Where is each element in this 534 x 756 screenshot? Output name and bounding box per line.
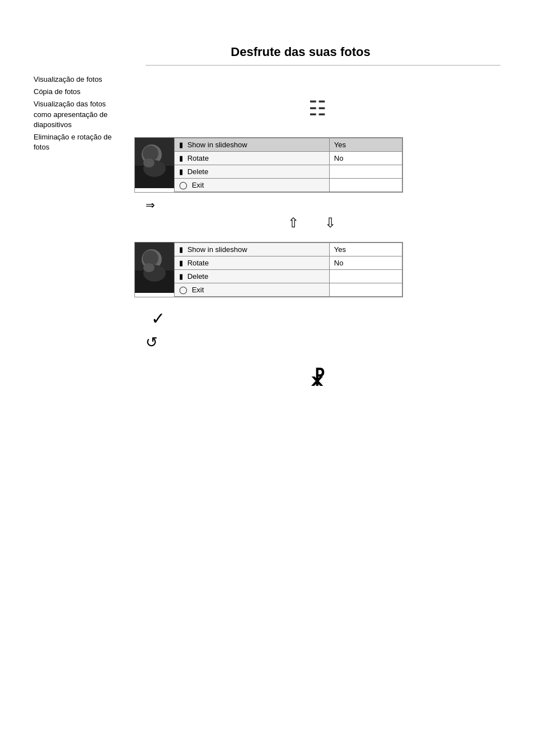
nav-down-icon[interactable]: ⇩ xyxy=(325,215,347,230)
menu-row-slideshow-2[interactable]: ▮ Show in slideshow Yes xyxy=(175,243,402,256)
sidebar-item-1: Visualização de fotos xyxy=(34,74,118,85)
sidebar-item-3: Visualização das fotos como apresentação… xyxy=(34,99,118,130)
exit-value-1 xyxy=(329,179,402,192)
main-content: ☷ ▮ xyxy=(123,74,500,402)
menu-row-slideshow-1[interactable]: ▮ Show in slideshow Yes xyxy=(175,138,402,152)
slideshow-value-2: Yes xyxy=(329,243,402,256)
rotate-label-1: Rotate xyxy=(188,154,209,162)
rotate-label-2: Rotate xyxy=(188,259,209,267)
photo-svg-1 xyxy=(135,138,174,188)
rotate-icon-1: ▮ xyxy=(179,154,183,162)
rotate-value-1: No xyxy=(329,152,402,165)
menu-row-rotate-1[interactable]: ▮ Rotate No xyxy=(175,152,402,165)
delete-icon-2: ▮ xyxy=(179,272,183,281)
arrow-right-icon: ⇒ xyxy=(146,198,500,212)
photo-thumbnail-1 xyxy=(135,138,174,188)
exit-value-2 xyxy=(329,283,402,297)
delete-label-2: Delete xyxy=(188,272,209,281)
slideshow-label-1: Show in slideshow xyxy=(188,141,247,149)
nav-up-icon[interactable]: ⇧ xyxy=(288,215,310,230)
nav-arrows: ⇧ ⇩ xyxy=(134,215,500,231)
page: Desfrute das suas fotos Visualização de … xyxy=(0,0,534,756)
slideshow-label-2: Show in slideshow xyxy=(188,245,247,254)
rotate-icon-2: ▮ xyxy=(179,259,183,267)
sidebar-item-4: Eliminação e rotação de fotos xyxy=(34,132,118,152)
menu-row-rotate-2[interactable]: ▮ Rotate No xyxy=(175,256,402,270)
page-title: Desfrute das suas fotos xyxy=(101,45,500,59)
photo-menu-1: ▮ Show in slideshow Yes ▮ Rotate No xyxy=(134,137,403,193)
slideshow-value-1: Yes xyxy=(329,138,402,152)
delete-value-1 xyxy=(329,165,402,179)
svg-point-5 xyxy=(143,158,154,167)
menu-row-exit-2[interactable]: ◯ Exit xyxy=(175,283,402,297)
menu-row-exit-1[interactable]: ◯ Exit xyxy=(175,179,402,192)
slideshow-icon-2: ▮ xyxy=(179,245,183,254)
photo-svg-2 xyxy=(135,242,174,293)
exit-label-1: Exit xyxy=(192,181,204,189)
delete-value-2 xyxy=(329,270,402,283)
exit-icon-2: ◯ xyxy=(179,286,188,294)
rotate-value-2: No xyxy=(329,256,402,270)
rotate-icon-area: ☧ xyxy=(134,368,500,390)
svg-point-11 xyxy=(143,263,154,272)
menu-icon-area: ☷ xyxy=(134,97,500,120)
sidebar-item-2: Cópia de fotos xyxy=(34,87,118,97)
photo-menu-2: ▮ Show in slideshow Yes ▮ Rotate No xyxy=(134,242,403,297)
menu-table-2: ▮ Show in slideshow Yes ▮ Rotate No xyxy=(174,242,402,297)
slideshow-icon-1: ▮ xyxy=(179,141,183,149)
rotate-symbol[interactable]: ☧ xyxy=(310,368,325,390)
sidebar: Visualização de fotos Cópia de fotos Vis… xyxy=(34,74,123,402)
photo-thumbnail-2 xyxy=(135,242,174,293)
exit-icon-1: ◯ xyxy=(179,181,188,189)
content-area: Visualização de fotos Cópia de fotos Vis… xyxy=(34,74,500,402)
menu-row-delete-2[interactable]: ▮ Delete xyxy=(175,270,402,283)
delete-label-1: Delete xyxy=(188,167,209,176)
menu-icon: ☷ xyxy=(308,97,326,120)
exit-label-2: Exit xyxy=(192,286,204,294)
menu-table-1: ▮ Show in slideshow Yes ▮ Rotate No xyxy=(174,138,402,192)
menu-row-delete-1[interactable]: ▮ Delete xyxy=(175,165,402,179)
delete-icon-1: ▮ xyxy=(179,167,183,176)
back-icon[interactable]: ↺ xyxy=(146,334,500,351)
header-divider xyxy=(146,65,500,66)
check-icon[interactable]: ✓ xyxy=(151,309,500,328)
